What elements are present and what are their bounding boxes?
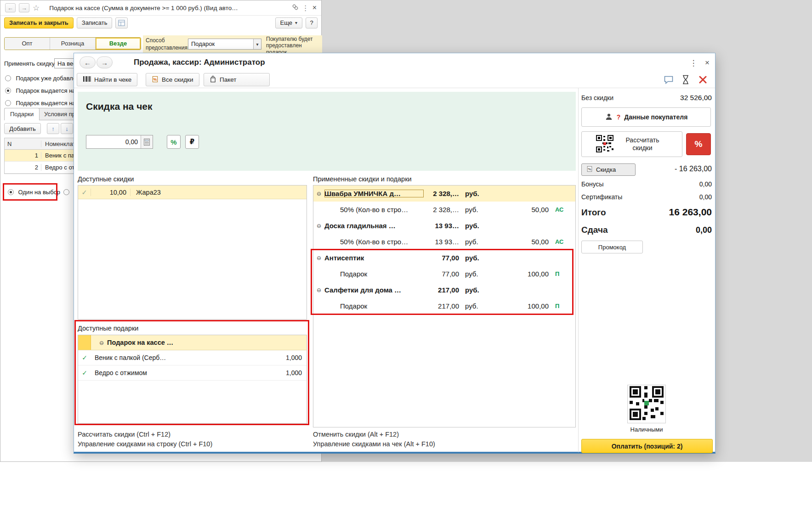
all-discounts-label: Все скидки [162,76,193,83]
gift-amount: 77,00 [424,270,459,278]
close-icon[interactable]: × [702,57,713,68]
collapse-icon[interactable]: ⊖ [99,340,104,346]
back-button[interactable]: ← [79,56,96,68]
bag-icon [210,75,216,84]
gift-row[interactable]: ✓ Веник с палкой (Серб… 1,000 [78,350,307,365]
question-icon: ? [617,113,621,121]
applied-item-row[interactable]: ⊖ Салфетки для дома … 217,00 руб. [313,282,575,298]
gift-qty: 1,000 [265,369,307,376]
radio-gift-added[interactable]: Подарок уже добавлен в [5,74,85,82]
all-discounts-button[interactable]: % Все скидки [146,73,199,86]
sale-titlebar: ← → Продажа, кассир: Администратор ⋮ × [74,53,715,72]
help-button[interactable]: ? [306,17,318,28]
collapse-icon[interactable]: ⊖ [313,191,324,197]
radio-gift-at-register-2[interactable]: Подарок выдается на ка [5,99,83,107]
radio-label: Один на выбор [18,189,60,196]
provision-strip: Способ предоставления: Подарок ▾ Покупат… [143,35,322,53]
document-structure-icon-button[interactable] [115,17,128,28]
applied-item-row[interactable]: ⊖ Швабра УМНИЧКА д… 2 328,… руб. [313,185,575,202]
segment-opt[interactable]: Опт [5,38,50,50]
promo-code-button[interactable]: Промокод [581,241,643,253]
cell-n: 2 [5,164,41,171]
menu-dots-icon[interactable]: ⋮ [302,4,309,12]
back-button[interactable]: ← [5,3,16,12]
tab-gifts[interactable]: Подарки [4,108,40,120]
close-icon[interactable]: × [312,4,317,12]
applied-item-row[interactable]: ⊖ Доска гладильная … 13 93… руб. [313,218,575,234]
calculate-discounts-button[interactable]: Рассчитать скидки [581,131,682,157]
customer-data-button[interactable]: ? Данные покупателя [581,107,711,127]
percent-red-button[interactable]: % [686,133,711,155]
save-button[interactable]: Записать [77,17,113,28]
discount-amount-input[interactable]: 0,00 [86,135,153,149]
forward-button[interactable]: → [97,56,113,68]
calculator-icon[interactable] [141,135,153,148]
package-button[interactable]: Пакет [204,73,270,86]
percent-mode-button[interactable]: % [167,135,181,149]
move-down-button[interactable]: ↓ [61,123,73,134]
available-discounts-table: ✓ 10,00 Жара23 [78,185,307,320]
cash-label: Наличными [581,426,712,433]
item-currency: руб. [459,190,487,197]
radio-icon [5,100,11,106]
calculate-discounts-label: Рассчитать скидки [617,136,668,152]
gift-row[interactable]: ✓ Ведро с отжимом 1,000 [78,365,307,381]
total-label: Итого [581,208,606,218]
find-in-check-button[interactable]: Найти в чеке [77,73,137,86]
apply-discount-label: Применять скидку: [4,60,57,67]
qr-code-icon [630,386,664,422]
menu-dots-icon[interactable]: ⋮ [688,57,699,68]
sale-toolbar: Найти в чеке % Все скидки Пакет [74,72,715,88]
radio-icon [5,88,11,94]
discount-amount: 13 93… [424,238,459,246]
right-panel-divider [578,88,579,452]
move-up-button[interactable]: ↑ [47,123,59,134]
discount-toggle-button[interactable]: % Скидка [581,163,636,176]
bonuses-row: Бонусы 0,00 [581,180,712,188]
no-discount-row: Без скидки 32 526,00 [581,94,712,102]
cancel-red-x-icon[interactable] [698,75,707,86]
provision-note: Покупателю будет предоставлен подарок [266,36,321,53]
radio-one-of-choice[interactable]: Один на выбор [8,188,60,196]
collapse-icon[interactable]: ⊖ [313,255,324,261]
discount-row[interactable]: ✓ 10,00 Жара23 [78,185,307,199]
link-icon[interactable] [292,4,299,12]
gift-name: Подарок [324,302,424,310]
group-marker-cell [78,335,91,350]
applied-gift-row[interactable]: Подарок 217,00 руб. 100,00 П [313,298,575,314]
check-icon: ✓ [78,354,91,361]
collapse-icon[interactable]: ⊖ [313,287,324,293]
gift-currency: руб. [459,270,487,278]
favorite-star-icon[interactable]: ☆ [33,3,40,13]
provision-method-combobox[interactable]: Подарок ▾ [188,39,261,50]
segment-retail[interactable]: Розница [50,38,96,50]
applied-item-row[interactable]: ⊖ Антисептик 77,00 руб. [313,250,575,266]
change-row: Сдача 0,00 [581,225,712,235]
channel-segment-group: Опт Розница Везде [4,37,141,50]
sale-window-title: Продажа, кассир: Администратор [134,53,265,72]
hint-row-discounts: Управление скидками на строку (Ctrl + F1… [78,440,212,448]
ruble-mode-button[interactable]: ₽ [185,135,199,149]
more-button[interactable]: Еще ▾ [275,17,302,28]
applied-gift-row[interactable]: Подарок 77,00 руб. 100,00 П [313,266,575,282]
applied-discount-row[interactable]: 50% (Кол-во в стро… 2 328,… руб. 50,00 А… [313,202,575,218]
gift-percent: 100,00 [487,302,549,310]
hourglass-icon[interactable] [682,75,689,86]
change-value: 0,00 [696,225,712,235]
save-and-close-button[interactable]: Записать и закрыть [4,17,74,28]
column-n: N [5,140,41,147]
segment-everywhere[interactable]: Везде [96,38,141,50]
radio-gift-at-register[interactable]: Подарок выдается на ка [5,86,83,95]
discount-code: АС [549,206,575,213]
collapse-icon[interactable]: ⊖ [313,223,324,229]
pay-button[interactable]: Оплатить (позиций: 2) [581,439,713,453]
applied-discount-row[interactable]: 50% (Кол-во в стро… 13 93… руб. 50,00 АС [313,234,575,250]
total-value: 16 263,00 [669,207,712,218]
add-button[interactable]: Добавить [4,123,41,134]
gift-group-name: ⊖Подарок на кассе … [91,339,307,346]
find-in-check-label: Найти в чеке [94,76,131,83]
forward-button[interactable]: → [19,3,29,12]
cash-qr-card[interactable] [627,385,666,423]
gift-group-row[interactable]: ⊖Подарок на кассе … [78,335,307,350]
comment-icon[interactable] [664,75,674,86]
